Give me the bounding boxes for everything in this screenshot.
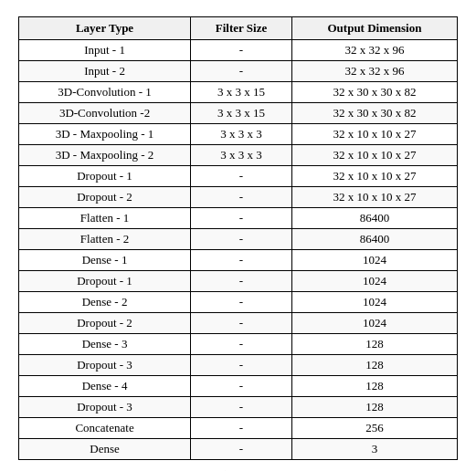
cell-r17-c2: 128: [291, 397, 457, 418]
cell-r1-c1: -: [191, 61, 292, 82]
table-row: Dense-3: [19, 439, 458, 460]
cell-r6-c2: 32 x 10 x 10 x 27: [291, 166, 457, 187]
table-row: 3D - Maxpooling - 13 x 3 x 332 x 10 x 10…: [19, 124, 458, 145]
cell-r1-c2: 32 x 32 x 96: [291, 61, 457, 82]
table-row: Dropout - 1-32 x 10 x 10 x 27: [19, 166, 458, 187]
cell-r7-c2: 32 x 10 x 10 x 27: [291, 187, 457, 208]
cell-r9-c0: Flatten - 2: [19, 229, 191, 250]
cell-r11-c2: 1024: [291, 271, 457, 292]
table-row: Dropout - 2-1024: [19, 313, 458, 334]
cell-r4-c2: 32 x 10 x 10 x 27: [291, 124, 457, 145]
cell-r0-c2: 32 x 32 x 96: [291, 40, 457, 61]
cell-r18-c0: Concatenate: [19, 418, 191, 439]
cell-r13-c2: 1024: [291, 313, 457, 334]
cell-r19-c2: 3: [291, 439, 457, 460]
cell-r3-c1: 3 x 3 x 15: [191, 103, 292, 124]
table-row: Flatten - 1-86400: [19, 208, 458, 229]
cell-r2-c1: 3 x 3 x 15: [191, 82, 292, 103]
table-row: 3D - Maxpooling - 23 x 3 x 332 x 10 x 10…: [19, 145, 458, 166]
cell-r4-c1: 3 x 3 x 3: [191, 124, 292, 145]
col-header-filter-size: Filter Size: [191, 17, 292, 40]
cell-r13-c1: -: [191, 313, 292, 334]
cell-r16-c2: 128: [291, 376, 457, 397]
table-wrapper: Layer Type Filter Size Output Dimension …: [9, 9, 467, 464]
cell-r14-c0: Dense - 3: [19, 334, 191, 355]
cell-r18-c2: 256: [291, 418, 457, 439]
cell-r10-c0: Dense - 1: [19, 250, 191, 271]
cell-r12-c1: -: [191, 292, 292, 313]
table-row: Dropout - 2-32 x 10 x 10 x 27: [19, 187, 458, 208]
col-header-layer-type: Layer Type: [19, 17, 191, 40]
table-row: Dense - 3-128: [19, 334, 458, 355]
table-row: Input - 2-32 x 32 x 96: [19, 61, 458, 82]
cell-r9-c1: -: [191, 229, 292, 250]
cell-r12-c2: 1024: [291, 292, 457, 313]
cell-r5-c2: 32 x 10 x 10 x 27: [291, 145, 457, 166]
cell-r2-c0: 3D-Convolution - 1: [19, 82, 191, 103]
cell-r16-c1: -: [191, 376, 292, 397]
network-architecture-table: Layer Type Filter Size Output Dimension …: [18, 16, 458, 460]
cell-r15-c1: -: [191, 355, 292, 376]
cell-r19-c1: -: [191, 439, 292, 460]
table-row: Dense - 1-1024: [19, 250, 458, 271]
table-row: 3D-Convolution - 13 x 3 x 1532 x 30 x 30…: [19, 82, 458, 103]
cell-r9-c2: 86400: [291, 229, 457, 250]
cell-r10-c1: -: [191, 250, 292, 271]
col-header-output-dim: Output Dimension: [291, 17, 457, 40]
cell-r17-c1: -: [191, 397, 292, 418]
cell-r18-c1: -: [191, 418, 292, 439]
cell-r15-c2: 128: [291, 355, 457, 376]
table-row: Dense - 4-128: [19, 376, 458, 397]
cell-r8-c1: -: [191, 208, 292, 229]
cell-r5-c0: 3D - Maxpooling - 2: [19, 145, 191, 166]
cell-r8-c0: Flatten - 1: [19, 208, 191, 229]
table-row: Concatenate-256: [19, 418, 458, 439]
cell-r11-c0: Dropout - 1: [19, 271, 191, 292]
cell-r8-c2: 86400: [291, 208, 457, 229]
cell-r19-c0: Dense: [19, 439, 191, 460]
cell-r16-c0: Dense - 4: [19, 376, 191, 397]
cell-r14-c1: -: [191, 334, 292, 355]
cell-r13-c0: Dropout - 2: [19, 313, 191, 334]
table-row: Input - 1-32 x 32 x 96: [19, 40, 458, 61]
cell-r14-c2: 128: [291, 334, 457, 355]
cell-r3-c0: 3D-Convolution -2: [19, 103, 191, 124]
cell-r10-c2: 1024: [291, 250, 457, 271]
cell-r1-c0: Input - 2: [19, 61, 191, 82]
cell-r11-c1: -: [191, 271, 292, 292]
cell-r12-c0: Dense - 2: [19, 292, 191, 313]
table-row: Dense - 2-1024: [19, 292, 458, 313]
cell-r7-c1: -: [191, 187, 292, 208]
table-row: Flatten - 2-86400: [19, 229, 458, 250]
cell-r15-c0: Dropout - 3: [19, 355, 191, 376]
table-row: Dropout - 3-128: [19, 355, 458, 376]
table-header-row: Layer Type Filter Size Output Dimension: [19, 17, 458, 40]
table-row: 3D-Convolution -23 x 3 x 1532 x 30 x 30 …: [19, 103, 458, 124]
cell-r6-c0: Dropout - 1: [19, 166, 191, 187]
table-row: Dropout - 1-1024: [19, 271, 458, 292]
cell-r4-c0: 3D - Maxpooling - 1: [19, 124, 191, 145]
cell-r7-c0: Dropout - 2: [19, 187, 191, 208]
cell-r2-c2: 32 x 30 x 30 x 82: [291, 82, 457, 103]
cell-r0-c0: Input - 1: [19, 40, 191, 61]
cell-r6-c1: -: [191, 166, 292, 187]
table-row: Dropout - 3-128: [19, 397, 458, 418]
cell-r5-c1: 3 x 3 x 3: [191, 145, 292, 166]
cell-r0-c1: -: [191, 40, 292, 61]
cell-r3-c2: 32 x 30 x 30 x 82: [291, 103, 457, 124]
cell-r17-c0: Dropout - 3: [19, 397, 191, 418]
